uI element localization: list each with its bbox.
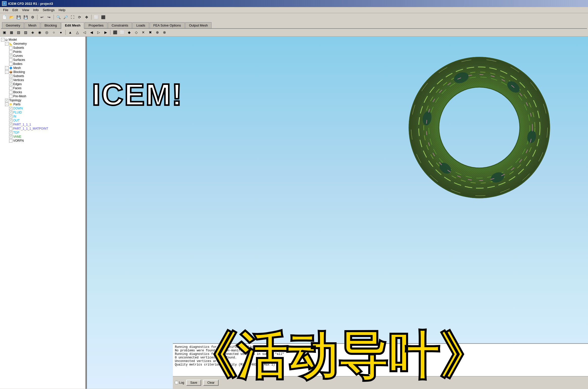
tb-edit14[interactable]: ▷ [95, 29, 102, 35]
tb-edit11[interactable]: △ [74, 29, 81, 35]
log-checkbox-label[interactable]: Log [175, 381, 184, 384]
tb-edit6[interactable]: ◉ [36, 29, 43, 35]
tb-settings[interactable]: ⚙ [29, 14, 36, 20]
tree-blocks[interactable]: Blocks [1, 90, 84, 94]
viewport[interactable]: ICEM! 《活动导叶》 Running diagnostics for Non… [87, 37, 588, 389]
tree-geometry[interactable]: - 📐 Geometry [1, 42, 84, 46]
tab-output-mesh[interactable]: Output Mesh [185, 22, 211, 28]
check-vertices[interactable]: ✓ [9, 79, 12, 82]
tree-geo-subsets[interactable]: Subsets [1, 46, 84, 50]
tb-save[interactable]: 💾 [15, 14, 22, 20]
tree-expand-blocking[interactable]: - [5, 70, 9, 74]
tree-geo-bodies[interactable]: Bodies [1, 62, 84, 66]
tab-loads[interactable]: Loads [132, 22, 149, 28]
tree-expand-parts[interactable]: - [5, 103, 9, 106]
check-part-vorfn[interactable] [9, 139, 12, 142]
menu-view[interactable]: View [20, 8, 31, 12]
menu-help[interactable]: Help [57, 8, 67, 12]
tb-deselect[interactable]: ⬛ [100, 14, 106, 20]
tb-open[interactable]: 📂 [8, 14, 15, 20]
check-geo-curves[interactable]: ✓ [9, 54, 12, 58]
tb-select[interactable]: ⬜ [93, 14, 99, 20]
tree-part-vane[interactable]: ✓ VANE [1, 135, 84, 139]
check-part-top[interactable]: ✓ [9, 131, 12, 134]
tree-expand-geometry[interactable]: - [5, 42, 9, 45]
check-part-part111[interactable]: ✓ [9, 123, 12, 126]
tb-edit8[interactable]: ○ [51, 29, 57, 35]
tree-part-part111[interactable]: ✓ PART_1_1_1 [1, 123, 84, 127]
check-geo-bodies[interactable] [9, 62, 12, 66]
tree-expand-model[interactable]: - [1, 38, 5, 41]
tb-edit7[interactable]: ◎ [43, 29, 50, 35]
tb-edit3[interactable]: ▧ [15, 29, 22, 35]
tree-faces[interactable]: Faces [1, 86, 84, 90]
tree-parts[interactable]: - 📁 Parts [1, 102, 84, 106]
tree-mesh[interactable]: - 🔷 Mesh [1, 66, 84, 70]
tb-pan[interactable]: ✥ [83, 14, 90, 20]
check-blocking-subsets[interactable]: ✓ [9, 75, 12, 78]
tb-new[interactable]: 📄 [1, 14, 8, 20]
tb-edit17[interactable]: ⬜ [119, 29, 125, 35]
tb-edit9[interactable]: ● [58, 29, 64, 35]
tree-part-part111mp[interactable]: PART_1_1_1_MATPOINT [1, 127, 84, 131]
tree-blocking[interactable]: - 📦 Blocking [1, 70, 84, 74]
tab-edit-mesh[interactable]: Edit Mesh [61, 22, 84, 29]
tree-part-down[interactable]: ✓ DOWN [1, 106, 84, 110]
check-part-vane[interactable]: ✓ [9, 135, 12, 138]
tb-edit1[interactable]: ▣ [1, 29, 8, 35]
menu-info[interactable]: Info [31, 8, 41, 12]
tb-saveas[interactable]: 💾 [22, 14, 29, 20]
tree-part-out[interactable]: ✓ OUT [1, 118, 84, 123]
check-part-in[interactable]: ✓ [9, 115, 12, 118]
check-topology[interactable]: ✓ [5, 99, 8, 102]
check-part-fluid[interactable]: ✓ [9, 111, 12, 114]
tb-undo[interactable]: ↩ [39, 14, 45, 20]
tb-edit5[interactable]: ◈ [29, 29, 36, 35]
tree-premesh[interactable]: Pre-Mesh [1, 94, 84, 98]
tree-part-vorfn[interactable]: VORFN [1, 139, 84, 143]
check-part-part111mp[interactable] [9, 127, 12, 130]
tree-geo-curves[interactable]: ✓ Curves [1, 54, 84, 58]
check-edges[interactable]: ✓ [9, 83, 12, 86]
tree-geo-points[interactable]: Points [1, 50, 84, 54]
menu-settings[interactable]: Settings [41, 8, 57, 12]
tab-properties[interactable]: Properties [85, 22, 107, 28]
tb-edit13[interactable]: ◀ [88, 29, 95, 35]
tree-vertices[interactable]: ✓ Vertices [1, 78, 84, 82]
tb-edit21[interactable]: ✖ [147, 29, 154, 35]
tb-fit[interactable]: ⛶ [69, 14, 76, 20]
menu-edit[interactable]: Edit [10, 8, 20, 12]
tb-redo[interactable]: ↪ [46, 14, 52, 20]
tb-edit15[interactable]: ▶ [102, 29, 109, 35]
tree-part-fluid[interactable]: ✓ FLUID [1, 110, 84, 114]
tb-edit20[interactable]: ✕ [140, 29, 147, 35]
check-part-down[interactable]: ✓ [9, 107, 12, 110]
tb-edit10[interactable]: ▲ [67, 29, 74, 35]
tb-zoom-out[interactable]: 🔎 [62, 14, 69, 20]
tab-mesh[interactable]: Mesh [25, 22, 40, 28]
tree-model[interactable]: - 🗂 Model [1, 38, 84, 42]
tb-edit2[interactable]: ▦ [8, 29, 15, 35]
tree-blocking-subsets[interactable]: ✓ Subsets [1, 74, 84, 78]
menu-file[interactable]: File [1, 8, 10, 12]
check-blocks[interactable] [9, 91, 12, 94]
check-premesh[interactable] [9, 95, 12, 98]
tb-edit12[interactable]: ◁ [81, 29, 88, 35]
tree-geo-surfaces[interactable]: Surfaces [1, 58, 84, 62]
check-part-out[interactable]: ✓ [9, 119, 12, 122]
tree-edges[interactable]: ✓ Edges [1, 82, 84, 86]
tb-edit22[interactable]: ⊕ [154, 29, 161, 35]
log-checkbox[interactable] [175, 381, 178, 384]
check-geo-points[interactable] [9, 50, 12, 54]
tab-constraints[interactable]: Constraints [108, 22, 132, 28]
check-geo-surfaces[interactable] [9, 58, 12, 62]
tb-zoom-in[interactable]: 🔍 [55, 14, 62, 20]
tb-edit18[interactable]: ◆ [126, 29, 132, 35]
tb-edit23[interactable]: ⊗ [161, 29, 168, 35]
tb-edit4[interactable]: ▨ [22, 29, 29, 35]
tree-topology[interactable]: ✓ Topology [1, 98, 84, 102]
tab-blocking[interactable]: Blocking [41, 22, 61, 28]
check-faces[interactable] [9, 87, 12, 90]
tree-part-top[interactable]: ✓ TOP [1, 131, 84, 135]
tb-edit19[interactable]: ◇ [133, 29, 139, 35]
